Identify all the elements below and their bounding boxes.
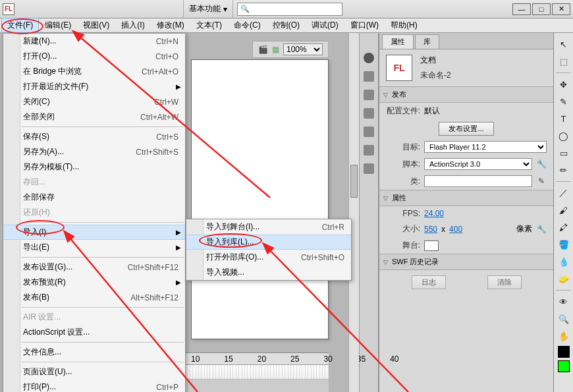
menu-item[interactable]: 文件信息...: [3, 345, 185, 360]
tab-properties[interactable]: 属性: [382, 34, 414, 49]
menu-item[interactable]: 保存(S)Ctrl+S: [3, 129, 185, 144]
tool-button[interactable]: ◯: [557, 128, 571, 143]
dock-icon[interactable]: [364, 71, 374, 82]
menu-item[interactable]: ActionScript 设置...: [3, 325, 185, 340]
tool-button[interactable]: 🧽: [557, 271, 571, 286]
fps-value[interactable]: 24.00: [424, 209, 444, 218]
dock-icon[interactable]: [364, 145, 374, 155]
stage-canvas[interactable]: [191, 59, 329, 339]
search-input[interactable]: [237, 3, 342, 16]
dock-icon[interactable]: [364, 126, 374, 137]
menu-控制[interactable]: 控制(O): [267, 18, 306, 33]
tool-button[interactable]: ／: [557, 186, 571, 200]
menu-item[interactable]: 发布(B)Alt+Shift+F12: [3, 290, 185, 305]
timeline-track[interactable]: [184, 365, 329, 379]
menu-item[interactable]: 打开(O)...Ctrl+O: [3, 49, 185, 64]
height-value[interactable]: 400: [449, 225, 462, 234]
dock-icon[interactable]: [364, 163, 374, 174]
wrench-icon[interactable]: 🔧: [536, 224, 547, 235]
menu-item[interactable]: 导出(E)▶: [3, 240, 185, 255]
script-label: 脚本:: [386, 159, 420, 170]
menu-item[interactable]: 打印(P)...Ctrl+P: [3, 379, 185, 392]
swf-history-header[interactable]: SWF 历史记录: [379, 254, 553, 270]
menu-item[interactable]: 新建(N)...Ctrl+N: [3, 34, 185, 49]
menu-item: AIR 设置...: [3, 310, 185, 325]
script-select[interactable]: ActionScript 3.0: [424, 158, 532, 170]
menu-窗口[interactable]: 窗口(W): [344, 18, 385, 33]
dock-icon[interactable]: [364, 90, 374, 100]
stage-color-chip[interactable]: [424, 240, 439, 251]
menu-item[interactable]: 导入到舞台(I)...Ctrl+R: [186, 219, 351, 235]
width-value[interactable]: 550: [424, 225, 437, 234]
publish-settings-button[interactable]: 发布设置...: [439, 122, 493, 136]
dock-icon[interactable]: [364, 108, 374, 119]
fill-color[interactable]: [558, 360, 570, 372]
menu-item[interactable]: 在 Bridge 中浏览Ctrl+Alt+O: [3, 64, 185, 79]
menu-item[interactable]: 发布预览(R)▶: [3, 275, 185, 290]
menu-item[interactable]: 打开外部库(O)...Ctrl+Shift+O: [186, 250, 351, 265]
x-separator: x: [441, 225, 445, 234]
menu-帮助[interactable]: 帮助(H): [385, 18, 423, 33]
publish-section-header[interactable]: 发布: [379, 86, 553, 103]
tool-button[interactable]: ✥: [557, 77, 571, 92]
edit-icon[interactable]: ✎: [536, 176, 547, 186]
target-select[interactable]: Flash Player 11.2: [424, 141, 547, 153]
menu-item[interactable]: 导入到库(L)...: [186, 235, 351, 250]
menu-item[interactable]: 另存为模板(T)...: [3, 159, 185, 175]
tool-button[interactable]: ✋: [557, 329, 571, 343]
close-button[interactable]: ✕: [552, 3, 570, 15]
menu-修改[interactable]: 修改(M): [151, 18, 190, 33]
app-logo: FL: [3, 3, 14, 15]
menu-item[interactable]: 另存为(A)...Ctrl+Shift+S: [3, 144, 185, 159]
scrollbar-thumb[interactable]: [350, 165, 358, 198]
tool-button[interactable]: ✎: [557, 94, 571, 109]
props-section-header[interactable]: 属性: [379, 190, 553, 206]
class-label: 类:: [386, 176, 420, 187]
unit-label: 像素: [516, 223, 532, 235]
zoom-select[interactable]: 100%: [283, 43, 323, 55]
workspace-label: 基本功能: [189, 3, 221, 14]
menu-item[interactable]: 打开最近的文件(F)▶: [3, 79, 185, 94]
tool-button[interactable]: ⬚: [557, 54, 571, 69]
log-button[interactable]: 日志: [412, 275, 446, 289]
menu-文件[interactable]: 文件(F): [1, 18, 39, 33]
tool-button[interactable]: ✏: [557, 163, 571, 177]
clear-button[interactable]: 清除: [487, 275, 522, 289]
class-input[interactable]: [424, 175, 532, 187]
menu-item[interactable]: 全部关闭Ctrl+Alt+W: [3, 109, 185, 125]
tool-button[interactable]: 🔍: [557, 312, 571, 326]
menu-item[interactable]: 全部保存: [3, 190, 185, 205]
scene-icon[interactable]: 🎬: [258, 45, 268, 54]
menu-item[interactable]: 导入视频...: [186, 265, 351, 280]
dock-icon[interactable]: [364, 53, 374, 63]
tool-button[interactable]: ▭: [557, 146, 571, 160]
menu-编辑[interactable]: 编辑(E): [39, 18, 77, 33]
menu-item[interactable]: 导入(I)▶: [3, 225, 185, 240]
symbol-icon[interactable]: ▦: [272, 45, 279, 54]
timeline[interactable]: 10152025303540: [184, 352, 329, 392]
tool-button[interactable]: ↖: [557, 37, 571, 51]
workspace-switcher[interactable]: 基本功能 ▾: [183, 0, 233, 18]
stroke-color[interactable]: [558, 346, 570, 358]
vertical-scrollbar[interactable]: [348, 33, 359, 392]
tool-button[interactable]: T: [557, 111, 571, 126]
minimize-button[interactable]: ―: [512, 3, 531, 15]
tool-button[interactable]: 💧: [557, 254, 571, 269]
chevron-down-icon: ▾: [223, 5, 227, 14]
tool-button[interactable]: 🪣: [557, 237, 571, 252]
menu-item[interactable]: 发布设置(G)...Ctrl+Shift+F12: [3, 260, 185, 275]
wrench-icon[interactable]: 🔧: [536, 159, 547, 169]
tool-button[interactable]: 🖍: [557, 220, 571, 235]
maximize-button[interactable]: □: [532, 3, 551, 15]
tool-button[interactable]: 🖌: [557, 203, 571, 217]
menu-视图[interactable]: 视图(V): [77, 18, 115, 33]
menu-插入[interactable]: 插入(I): [115, 18, 150, 33]
menu-文本[interactable]: 文本(T): [190, 18, 228, 33]
menu-item[interactable]: 关闭(C)Ctrl+W: [3, 94, 185, 109]
menu-item[interactable]: 页面设置(U)...: [3, 364, 185, 379]
import-submenu: 导入到舞台(I)...Ctrl+R导入到库(L)...打开外部库(O)...Ct…: [186, 219, 352, 281]
tab-library[interactable]: 库: [415, 34, 439, 49]
menu-调试[interactable]: 调试(D): [306, 18, 344, 33]
menu-命令[interactable]: 命令(C): [228, 18, 267, 33]
tool-button[interactable]: 👁: [557, 294, 571, 309]
